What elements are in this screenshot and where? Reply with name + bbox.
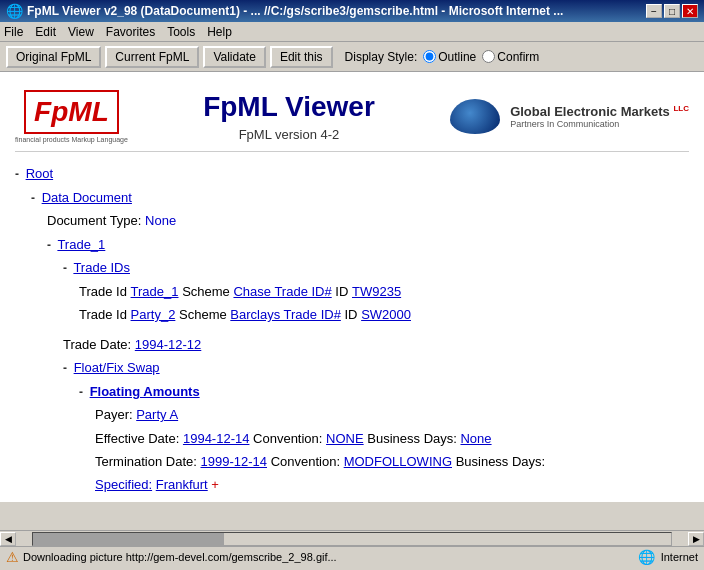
fpml-viewer-title: FpML Viewer — [203, 91, 375, 123]
floating-amounts-node: - Floating Amounts — [79, 380, 689, 404]
calc-tenor-label: Tenor — [208, 497, 241, 502]
window-titlebar: 🌐 FpML Viewer v2_98 (DataDocument1) - ..… — [0, 0, 704, 22]
root-node: - Root — [15, 162, 689, 186]
calc-period-node: Calculation Period: Tenor 6 Month Roll c… — [95, 497, 689, 502]
eff-business-days-value[interactable]: None — [460, 427, 491, 450]
trade-id-1-value[interactable]: Trade_1 — [131, 280, 179, 303]
menu-tools[interactable]: Tools — [167, 25, 195, 39]
gem-globe-icon — [450, 99, 500, 134]
floating-amounts-link[interactable]: Floating Amounts — [90, 384, 200, 399]
doc-type-value: None — [145, 213, 176, 228]
internet-globe-icon: 🌐 — [638, 549, 655, 565]
close-button[interactable]: ✕ — [682, 4, 698, 18]
display-style-label: Display Style: — [345, 50, 418, 64]
gem-logo-section: Global Electronic Markets LLC Partners I… — [450, 99, 689, 134]
menu-help[interactable]: Help — [207, 25, 232, 39]
fpml-logo-section: FpML financial products Markup Language — [15, 90, 128, 143]
status-loading-icon: ⚠ — [6, 549, 19, 565]
term-specified-label[interactable]: Specified: — [95, 473, 152, 496]
eff-convention-value[interactable]: NONE — [326, 427, 364, 450]
gem-company: Global Electronic Markets LLC — [510, 104, 689, 119]
root-link[interactable]: Root — [26, 166, 53, 181]
hscroll-thumb[interactable] — [33, 533, 224, 545]
term-specified-value[interactable]: Frankfurt — [156, 473, 208, 496]
calc-roll-value[interactable]: 14 — [391, 497, 405, 502]
minimize-button[interactable]: − — [646, 4, 662, 18]
app-icon: 🌐 — [6, 3, 23, 19]
outline-radio-label[interactable]: Outline — [423, 50, 476, 64]
data-document-collapse[interactable]: - — [31, 191, 35, 205]
trade-id-1-node: Trade Id Trade_1 Scheme Chase Trade ID# … — [79, 280, 689, 303]
term-business-days-label: Business Days: — [456, 450, 546, 473]
term-date-node: Termination Date: 1999-12-14 Convention:… — [95, 450, 689, 473]
trade-id-1-label: Trade Id — [79, 280, 127, 303]
fpml-logo-box: FpML — [24, 90, 119, 134]
trade-id-2-scheme-label: Scheme — [179, 303, 227, 326]
calc-roll-label: Roll convention: — [295, 497, 388, 502]
gem-tagline: Partners In Communication — [510, 119, 689, 129]
hscroll-track — [32, 532, 672, 546]
content-scroll[interactable]: FpML financial products Markup Language … — [0, 72, 704, 502]
trade1-link[interactable]: Trade_1 — [57, 237, 105, 252]
fpml-logo-text: FpML — [34, 96, 109, 128]
floating-amounts-collapse[interactable]: - — [79, 385, 83, 399]
float-fix-node: - Float/Fix Swap — [63, 356, 689, 380]
current-fpml-button[interactable]: Current FpML — [105, 46, 199, 68]
trade-ids-node: - Trade IDs — [63, 256, 689, 280]
float-fix-link[interactable]: Float/Fix Swap — [74, 360, 160, 375]
term-plus[interactable]: + — [211, 473, 219, 496]
validate-button[interactable]: Validate — [203, 46, 265, 68]
confirm-radio-label[interactable]: Confirm — [482, 50, 539, 64]
payer-node: Payer: Party A — [95, 403, 689, 426]
trade-date-value[interactable]: 1994-12-12 — [135, 333, 202, 356]
status-right: 🌐 Internet — [638, 549, 698, 565]
gem-suffix: LLC — [673, 104, 689, 113]
trade-id-2-value[interactable]: Party_2 — [131, 303, 176, 326]
doc-type-node: Document Type: None — [47, 209, 689, 232]
term-convention-value[interactable]: MODFOLLOWING — [344, 450, 452, 473]
maximize-button[interactable]: □ — [664, 4, 680, 18]
trade-id-1-id-label: ID — [335, 280, 348, 303]
outline-label: Outline — [438, 50, 476, 64]
menu-favorites[interactable]: Favorites — [106, 25, 155, 39]
float-fix-collapse[interactable]: - — [63, 361, 67, 375]
trade-id-2-id-label: ID — [345, 303, 358, 326]
horizontal-scrollbar[interactable]: ◀ ▶ — [0, 530, 704, 546]
trade-id-2-label: Trade Id — [79, 303, 127, 326]
trade-id-1-scheme-value[interactable]: Chase Trade ID# — [233, 280, 331, 303]
trade-ids-collapse[interactable]: - — [63, 261, 67, 275]
eff-date-node: Effective Date: 1994-12-14 Convention: N… — [95, 427, 689, 450]
trade-id-1-id-value[interactable]: TW9235 — [352, 280, 401, 303]
eff-date-value[interactable]: 1994-12-14 — [183, 427, 250, 450]
original-fpml-button[interactable]: Original FpML — [6, 46, 101, 68]
calc-month-label: Month — [255, 497, 291, 502]
window-controls[interactable]: − □ ✕ — [646, 4, 698, 18]
edit-this-button[interactable]: Edit this — [270, 46, 333, 68]
trade-ids-link[interactable]: Trade IDs — [73, 260, 130, 275]
trade-date-node: Trade Date: 1994-12-12 — [63, 333, 689, 356]
tree-content: - Root - Data Document Document Type: No… — [15, 162, 689, 502]
calc-tenor-value[interactable]: 6 — [244, 497, 251, 502]
term-convention-label: Convention: — [271, 450, 340, 473]
calc-period-label: Calculation Period: — [95, 497, 204, 502]
data-document-link[interactable]: Data Document — [42, 190, 132, 205]
menu-file[interactable]: File — [4, 25, 23, 39]
root-collapse[interactable]: - — [15, 167, 19, 181]
term-date-value[interactable]: 1999-12-14 — [201, 450, 268, 473]
payer-value[interactable]: Party A — [136, 403, 178, 426]
fpml-title-center: FpML Viewer FpML version 4-2 — [203, 91, 375, 142]
status-text: Downloading picture http://gem-devel.com… — [23, 551, 337, 563]
statusbar: ⚠ Downloading picture http://gem-devel.c… — [0, 546, 704, 566]
outline-radio[interactable] — [423, 50, 436, 63]
payer-label: Payer: — [95, 403, 133, 426]
menu-edit[interactable]: Edit — [35, 25, 56, 39]
trade-id-2-node: Trade Id Party_2 Scheme Barclays Trade I… — [79, 303, 689, 326]
hscroll-right-button[interactable]: ▶ — [688, 532, 704, 546]
zone-text: Internet — [661, 551, 698, 563]
menu-view[interactable]: View — [68, 25, 94, 39]
hscroll-left-button[interactable]: ◀ — [0, 532, 16, 546]
trade1-collapse[interactable]: - — [47, 238, 51, 252]
trade-id-2-scheme-value[interactable]: Barclays Trade ID# — [230, 303, 341, 326]
confirm-radio[interactable] — [482, 50, 495, 63]
trade-id-2-id-value[interactable]: SW2000 — [361, 303, 411, 326]
